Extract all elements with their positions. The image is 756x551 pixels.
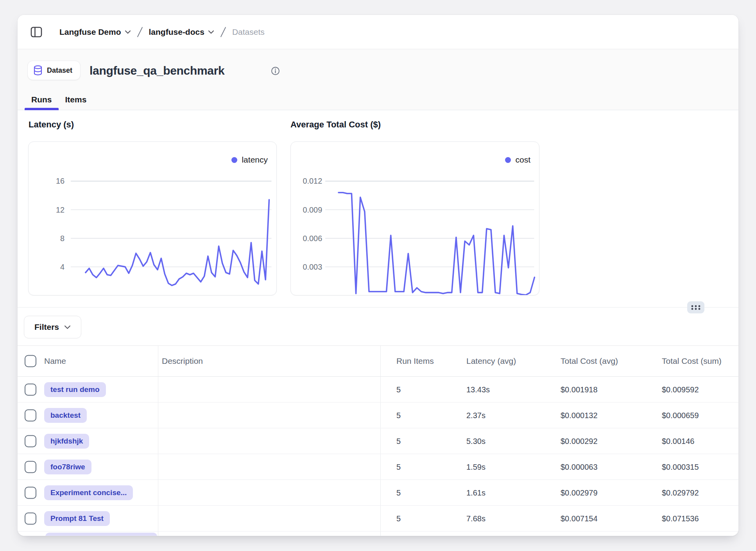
run-name-cell: Prompt 81 Test bbox=[44, 511, 110, 526]
total-cost-avg-cell: $0.007154 bbox=[561, 514, 598, 523]
page-title: langfuse_qa_benchmark bbox=[90, 64, 225, 77]
row-checkbox-cell bbox=[25, 487, 36, 499]
run-items-cell: 5 bbox=[396, 514, 401, 523]
run-name-badge[interactable]: test run demo bbox=[44, 382, 106, 397]
total-cost-sum-cell: $0.029792 bbox=[662, 488, 699, 497]
latency-avg-cell: 1.61s bbox=[466, 488, 485, 497]
resize-drag-handle-icon[interactable] bbox=[687, 301, 704, 313]
run-name-badge[interactable] bbox=[45, 533, 157, 536]
breadcrumb-separator bbox=[137, 26, 143, 38]
filters-button-label: Filters bbox=[34, 322, 59, 332]
breadcrumb-current-page: Datasets bbox=[232, 27, 265, 37]
total-cost-avg-cell: $0.002979 bbox=[561, 488, 598, 497]
row-checkbox[interactable] bbox=[25, 512, 36, 524]
svg-text:0.012: 0.012 bbox=[303, 177, 322, 185]
row-checkbox[interactable] bbox=[25, 461, 36, 473]
total-cost-sum-cell: $0.009592 bbox=[662, 385, 699, 394]
row-checkbox[interactable] bbox=[25, 383, 36, 395]
chevron-down-icon bbox=[125, 30, 131, 34]
tab-bar: Runs Items bbox=[18, 89, 738, 110]
dataset-type-badge: Dataset bbox=[27, 61, 81, 80]
row-checkbox-cell bbox=[25, 435, 36, 447]
run-name-cell: Experiment concise... bbox=[44, 485, 133, 500]
filters-button[interactable]: Filters bbox=[24, 316, 81, 338]
run-name-badge[interactable]: hjkfdshjk bbox=[44, 434, 89, 449]
legend-item-latency[interactable]: latency bbox=[231, 155, 268, 165]
total-cost-avg-cell: $0.000063 bbox=[561, 462, 598, 471]
run-items-cell: 5 bbox=[396, 462, 401, 471]
section-divider bbox=[18, 307, 738, 308]
run-name-badge[interactable]: Prompt 81 Test bbox=[44, 511, 110, 526]
total-cost-sum-cell: $0.00146 bbox=[662, 437, 694, 445]
svg-text:8: 8 bbox=[60, 234, 64, 243]
tab-items[interactable]: Items bbox=[59, 89, 93, 110]
column-header-name: Name bbox=[44, 356, 66, 366]
column-header-run-items: Run Items bbox=[396, 356, 434, 366]
svg-text:0.009: 0.009 bbox=[303, 206, 322, 214]
row-checkbox[interactable] bbox=[25, 487, 36, 499]
run-name-cell: backtest bbox=[44, 408, 87, 423]
svg-text:16: 16 bbox=[56, 177, 64, 185]
legend-label: cost bbox=[515, 155, 530, 165]
latency-avg-cell: 1.59s bbox=[466, 462, 485, 471]
table-header-row: Name Description Run Items Latency (avg)… bbox=[18, 346, 738, 377]
column-header-latency-avg: Latency (avg) bbox=[466, 356, 516, 366]
svg-text:4: 4 bbox=[60, 263, 64, 271]
panel-left-icon bbox=[30, 27, 42, 38]
table-row[interactable]: Experiment concise...51.61s$0.002979$0.0… bbox=[18, 480, 738, 506]
latency-avg-cell: 7.68s bbox=[466, 514, 485, 523]
latency-chart-title: Latency (s) bbox=[29, 120, 74, 130]
table-row[interactable]: backtest52.37s$0.000132$0.000659 bbox=[18, 403, 738, 428]
table-body: test run demo513.43s$0.001918$0.009592ba… bbox=[18, 377, 738, 536]
run-name-cell: foo78riwe bbox=[44, 460, 91, 474]
table-row-partial[interactable] bbox=[18, 531, 738, 536]
table-row[interactable]: foo78riwe51.59s$0.000063$0.000315 bbox=[18, 454, 738, 480]
legend-dot-icon bbox=[231, 157, 237, 163]
latency-avg-cell: 2.37s bbox=[466, 411, 485, 420]
tab-runs[interactable]: Runs bbox=[25, 89, 59, 110]
row-checkbox[interactable] bbox=[25, 435, 36, 447]
table-row[interactable]: test run demo513.43s$0.001918$0.009592 bbox=[18, 377, 738, 403]
svg-text:0.006: 0.006 bbox=[303, 234, 322, 243]
total-cost-sum-cell: $0.000659 bbox=[662, 411, 699, 420]
dataset-header: Dataset langfuse_qa_benchmark Runs Items bbox=[18, 49, 738, 110]
run-name-cell: test run demo bbox=[44, 382, 106, 397]
svg-text:0.003: 0.003 bbox=[303, 263, 322, 271]
run-name-badge[interactable]: backtest bbox=[44, 408, 87, 423]
table-row[interactable]: hjkfdshjk55.30s$0.000292$0.00146 bbox=[18, 428, 738, 454]
info-icon[interactable] bbox=[271, 66, 280, 77]
run-name-cell: hjkfdshjk bbox=[44, 434, 89, 449]
row-checkbox-cell bbox=[25, 409, 36, 421]
breadcrumb-project[interactable]: langfuse-docs bbox=[149, 27, 214, 37]
app-window: Langfuse Demo langfuse-docs Datasets bbox=[17, 14, 739, 536]
column-header-description: Description bbox=[162, 356, 203, 366]
row-checkbox[interactable] bbox=[25, 409, 36, 421]
run-items-cell: 5 bbox=[396, 385, 401, 394]
dataset-badge-label: Dataset bbox=[47, 66, 72, 75]
legend-item-cost[interactable]: cost bbox=[505, 155, 530, 165]
svg-text:12: 12 bbox=[56, 206, 64, 214]
total-cost-sum-cell: $0.071536 bbox=[662, 514, 699, 523]
column-header-total-cost-avg: Total Cost (avg) bbox=[561, 356, 618, 366]
row-checkbox-cell bbox=[25, 383, 36, 395]
cost-line-chart: 0.0120.0090.0060.003 bbox=[291, 142, 539, 295]
database-icon bbox=[33, 65, 43, 75]
run-items-cell: 5 bbox=[396, 437, 401, 445]
sidebar-toggle-button[interactable] bbox=[30, 25, 43, 39]
legend-label: latency bbox=[242, 155, 268, 165]
select-all-checkbox[interactable] bbox=[25, 355, 36, 367]
total-cost-avg-cell: $0.000292 bbox=[561, 437, 598, 445]
latency-avg-cell: 5.30s bbox=[466, 437, 485, 445]
total-cost-sum-cell: $0.000315 bbox=[662, 462, 699, 471]
cost-chart: 0.0120.0090.0060.003 cost bbox=[290, 141, 539, 295]
breadcrumb-org[interactable]: Langfuse Demo bbox=[59, 27, 131, 37]
latency-chart: 161284 latency bbox=[28, 141, 277, 295]
run-name-badge[interactable]: foo78riwe bbox=[44, 460, 91, 474]
row-checkbox-cell bbox=[25, 512, 36, 524]
latency-avg-cell: 13.43s bbox=[466, 385, 490, 394]
cost-chart-title: Average Total Cost ($) bbox=[290, 120, 381, 130]
table-row[interactable]: Prompt 81 Test57.68s$0.007154$0.071536 bbox=[18, 506, 738, 531]
chevron-down-icon bbox=[208, 30, 214, 34]
run-name-badge[interactable]: Experiment concise... bbox=[44, 485, 133, 500]
breadcrumb-bar: Langfuse Demo langfuse-docs Datasets bbox=[18, 15, 738, 49]
